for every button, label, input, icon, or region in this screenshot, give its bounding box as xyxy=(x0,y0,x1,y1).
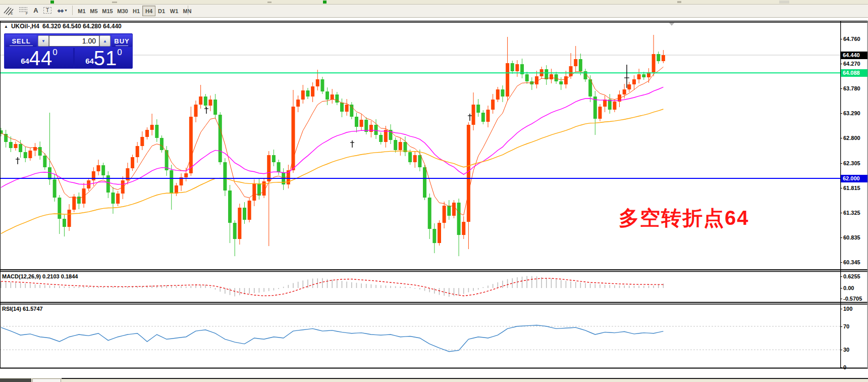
candle-body xyxy=(413,155,417,162)
volume-input[interactable]: 1.00 xyxy=(49,35,99,46)
toolbar-icon-fragment xyxy=(677,1,681,3)
candle-body xyxy=(501,89,504,97)
timeframe-button-m15[interactable]: M15 xyxy=(100,6,115,16)
chart-window[interactable]: 64.76064.27063.78063.29062.80062.30561.8… xyxy=(0,21,868,378)
top-toolbar-sliver xyxy=(0,0,868,5)
timeframe-button-mn[interactable]: MN xyxy=(181,6,194,16)
toolbar-icon-fragment xyxy=(50,1,54,4)
candle-body xyxy=(447,206,451,216)
candle-body xyxy=(452,203,456,216)
text-label-tool-icon[interactable]: T xyxy=(42,5,52,16)
sell-price-pips: 44 xyxy=(29,50,53,67)
candle-body xyxy=(14,144,17,148)
candle-body xyxy=(165,150,169,170)
candle-body xyxy=(608,100,612,110)
buy-price-pips: 51 xyxy=(94,50,118,67)
chart-tab-strip xyxy=(0,378,868,382)
timeframe-button-w1[interactable]: W1 xyxy=(168,6,181,16)
candle-body xyxy=(38,147,42,156)
candle-body xyxy=(160,138,164,150)
candle-body xyxy=(248,201,251,220)
candle-body xyxy=(403,142,407,152)
timeframe-button-m5[interactable]: M5 xyxy=(88,6,100,16)
candle-body xyxy=(145,130,149,137)
chart-header: ▲ UKOil-,H4 64.320 64.540 64.280 64.440 xyxy=(4,23,122,30)
candle-body xyxy=(194,105,198,117)
candle-body xyxy=(642,74,645,77)
fibo-grid-tool-icon[interactable]: F xyxy=(17,5,30,16)
candle-body xyxy=(316,79,319,86)
candle-body xyxy=(579,59,582,71)
candle-body xyxy=(511,63,514,71)
volume-decrease-button[interactable]: ▼ xyxy=(38,35,49,46)
candle-body xyxy=(233,223,237,239)
candle-body xyxy=(491,100,495,110)
candle-body xyxy=(219,115,222,162)
candle-body xyxy=(24,152,27,158)
candle-body xyxy=(296,100,300,107)
candle-body xyxy=(384,130,388,142)
rsi-line xyxy=(1,325,663,352)
timeframe-button-m30[interactable]: M30 xyxy=(115,6,130,16)
candle-body xyxy=(418,155,421,167)
candle-body xyxy=(564,76,568,84)
candle-body xyxy=(277,162,281,172)
sell-button[interactable]: SELL xyxy=(6,35,37,47)
pane-border xyxy=(0,302,868,303)
candle-body xyxy=(170,170,173,194)
candle-body xyxy=(345,105,349,112)
candle-body xyxy=(574,59,577,66)
candle-body xyxy=(140,137,144,146)
candle-body xyxy=(97,165,100,171)
candle-body xyxy=(627,84,631,89)
candle-body xyxy=(223,162,227,190)
candle-body xyxy=(550,74,553,79)
candle-body xyxy=(72,197,76,210)
chart-shift-marker-icon[interactable] xyxy=(669,22,675,26)
candle-body xyxy=(306,90,309,97)
sell-price-display[interactable]: 64 44 0 xyxy=(6,48,73,68)
price-axis-line xyxy=(840,21,841,368)
equidistant-lines-tool-icon[interactable]: E xyxy=(2,5,15,16)
toolbar-icon-fragment xyxy=(779,1,789,4)
candle-body xyxy=(208,100,212,106)
timeframe-button-h1[interactable]: H1 xyxy=(130,6,142,16)
candle-body xyxy=(43,156,46,167)
timeframe-button-h4[interactable]: H4 xyxy=(142,6,155,16)
toolbar-icon-fragment xyxy=(323,1,327,4)
collapse-triangle-icon[interactable]: ▲ xyxy=(4,24,8,29)
text-tool-icon[interactable]: A xyxy=(31,5,40,16)
toolbar-separator xyxy=(188,6,188,15)
candle-body xyxy=(53,179,57,198)
chart-tab-active[interactable] xyxy=(0,378,31,382)
candle-body xyxy=(184,173,188,177)
timeframe-button-d1[interactable]: D1 xyxy=(155,6,168,16)
macd-label: MACD(12,26,9) 0.2103 0.1844 xyxy=(2,273,78,279)
candle-body xyxy=(272,155,276,162)
candle-body xyxy=(515,64,519,71)
candle-body xyxy=(213,100,217,115)
pane-border xyxy=(0,271,868,272)
candle-body xyxy=(92,171,95,180)
volume-increase-button[interactable]: ▲ xyxy=(99,35,111,46)
timeframe-button-m1[interactable]: M1 xyxy=(76,6,88,16)
candle-body xyxy=(486,110,490,122)
candle-body xyxy=(355,117,358,127)
candle-body xyxy=(267,155,270,181)
buy-price-display[interactable]: 64 51 0 xyxy=(75,48,132,68)
candle-body xyxy=(559,81,563,84)
candle-body xyxy=(155,125,158,138)
candle-body xyxy=(506,63,509,97)
candle-body xyxy=(335,94,339,103)
chart-plot-area[interactable] xyxy=(0,21,868,378)
pane-border xyxy=(0,368,868,369)
chart-tab[interactable] xyxy=(32,378,61,382)
candle-body xyxy=(58,198,61,219)
shapes-tool-icon[interactable]: ◆◆ ▾ xyxy=(55,5,70,16)
buy-button[interactable]: BUY xyxy=(112,35,132,47)
sell-price-point: 0 xyxy=(52,49,57,56)
candle-body xyxy=(613,102,616,110)
candle-body xyxy=(9,142,13,148)
toolbar-separator xyxy=(72,6,73,15)
candle-body xyxy=(101,165,105,175)
